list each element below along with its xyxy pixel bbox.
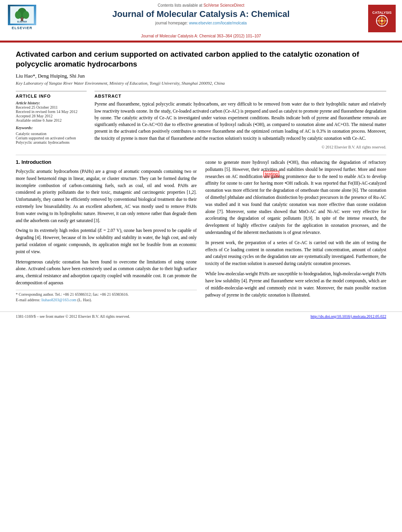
article-body: Activated carbon and cerium supported on… [0, 43, 402, 310]
footer-issn: 1381-1169/$ – see front matter © 2012 El… [16, 314, 130, 319]
email-footnote: E-mail address: liuhao8203@163.com (L. H… [16, 297, 197, 303]
article-history: Article history: Received 25 October 201… [16, 101, 87, 122]
keywords-section: Keywords: Catalytic ozonation Cerium sup… [16, 126, 87, 145]
abstract-text: Pyrene and fluoranthene, typical polycyc… [94, 101, 386, 142]
section-title: Introduction [21, 159, 51, 165]
journal-meta-top: Contents lists available at SciVerse Sci… [157, 3, 244, 7]
journal-center: Contents lists available at SciVerse Sci… [43, 3, 359, 25]
right-content-column: ozone to generate more hydroxyl radicals… [206, 159, 387, 303]
article-info-label: Article Info [16, 94, 87, 98]
intro-heading: 1. Introduction [16, 159, 197, 165]
keyword-2: Cerium supported on activated carbon [16, 136, 87, 140]
contents-text: Contents lists available at [157, 3, 202, 7]
keywords-label: Keywords: [16, 126, 87, 130]
journal-logo-right: CATALYSIS [364, 3, 396, 32]
catalysis-logo: CATALYSIS [368, 5, 396, 32]
revised-date: Received in revised form 14 May 2012 [16, 109, 87, 114]
svg-text:ELSEVIER: ELSEVIER [17, 20, 27, 23]
main-content: 1. Introduction Polycyclic aromatic hydr… [16, 159, 386, 303]
right-para-1: ozone to generate more hydroxyl radicals… [206, 159, 387, 236]
article-info-abstract: Article Info Article history: Received 2… [16, 91, 386, 149]
journal-header: ELSEVIER ELSEVIER Contents lists availab… [0, 0, 402, 41]
svg-point-3 [23, 11, 29, 19]
right-para-3: While low-molecular-weight PAHs are susc… [206, 271, 387, 298]
keyword-3: Polycyclic aromatic hydrocarbons [16, 140, 87, 145]
journal-title: Journal of Molecular Catalysis A: Chemic… [112, 9, 289, 19]
accepted-date: Accepted 28 May 2012 [16, 114, 87, 118]
page-footer: 1381-1169/$ – see front matter © 2012 El… [0, 311, 402, 321]
article-authors: Liu Hao*, Deng Huiping, Shi Jun [16, 73, 386, 79]
sciverse-text: SciVerse ScienceDirect [204, 3, 245, 7]
journal-ref: Journal of Molecular Catalysis A: Chemic… [0, 34, 402, 39]
received-date: Received 25 October 2011 [16, 105, 87, 109]
available-date: Available online 6 June 2012 [16, 118, 87, 122]
intro-para-2: Owing to its extremely high redox potent… [16, 227, 197, 255]
abstract-label: Abstract [94, 94, 386, 98]
corresponding-footnote: * Corresponding author. Tel.: +86 21 659… [16, 292, 197, 297]
journal-homepage: journal homepage: www.elsevier.com/locat… [155, 21, 246, 25]
section-divider [16, 155, 386, 155]
footer-doi: http://dx.doi.org/10.1016/j.molcata.2012… [311, 314, 386, 319]
corresponding-text: * Corresponding author. Tel.: +86 21 659… [16, 292, 129, 297]
elsevier-logo: ELSEVIER ELSEVIER [6, 3, 38, 30]
article-title: Activated carbon and cerium supported on… [16, 50, 386, 69]
introduction-column: 1. Introduction Polycyclic aromatic hydr… [16, 159, 197, 303]
article-info-column: Article Info Article history: Received 2… [16, 91, 87, 149]
svg-point-2 [15, 11, 21, 19]
section-num: 1. [16, 159, 20, 165]
article-affiliation: Key Laboratory of Yangtze River Water En… [16, 81, 386, 85]
article-footnotes: * Corresponding author. Tel.: +86 21 659… [16, 290, 197, 303]
abstract-column: Abstract Pyrene and fluoranthene, typica… [94, 91, 386, 149]
elsevier-label: ELSEVIER [12, 26, 33, 30]
homepage-prefix: journal homepage: [155, 21, 188, 25]
history-label: Article history: [16, 101, 87, 105]
email-label: E-mail address: [16, 298, 40, 302]
email-link[interactable]: liuhao8203@163.com [41, 298, 76, 302]
keyword-1: Catalytic ozonation [16, 132, 87, 136]
article-page: ELSEVIER ELSEVIER Contents lists availab… [0, 0, 402, 321]
right-para-2: In present work, the preparation of a se… [206, 239, 387, 267]
copyright: © 2012 Elsevier B.V. All rights reserved… [94, 145, 386, 149]
intro-para-1: Polycyclic aromatic hydrocarbons (PAHs) … [16, 168, 197, 224]
email-suffix: (L. Hao). [77, 298, 92, 302]
homepage-url: www.elsevier.com/locate/molcata [189, 21, 247, 25]
doi-link[interactable]: http://dx.doi.org/10.1016/j.molcata.2012… [311, 314, 386, 319]
authors-text: Liu Hao*, Deng Huiping, Shi Jun [16, 73, 85, 79]
intro-para-3: Heterogeneous catalytic ozonation has be… [16, 259, 197, 287]
svg-text:CATALYSIS: CATALYSIS [372, 11, 392, 15]
